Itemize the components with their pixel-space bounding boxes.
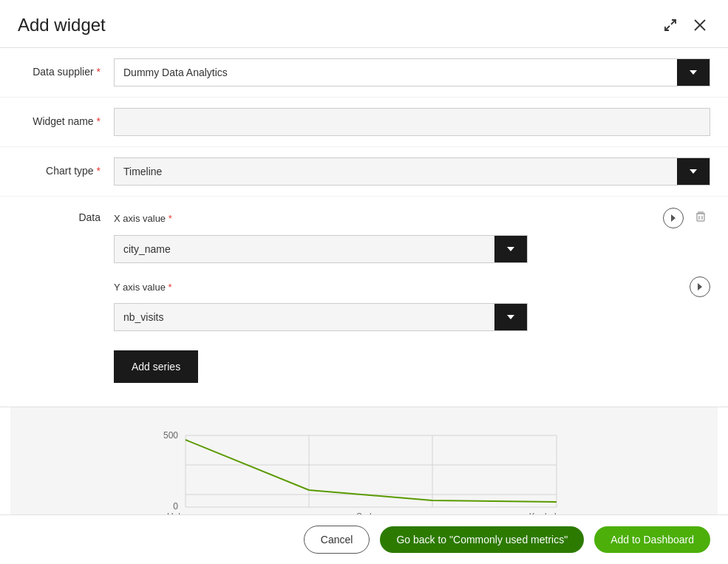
widget-name-row: Widget name * bbox=[0, 98, 728, 147]
svg-rect-4 bbox=[697, 214, 704, 221]
required-star: * bbox=[97, 66, 101, 78]
close-button[interactable] bbox=[690, 15, 710, 35]
y-axis-actions bbox=[690, 276, 710, 297]
y-axis-label: Y axis value * bbox=[114, 282, 172, 293]
add-series-button[interactable]: Add series bbox=[114, 350, 198, 383]
chart-type-field bbox=[114, 157, 710, 186]
data-supplier-field bbox=[114, 58, 710, 86]
go-back-button[interactable]: Go back to "Commonly used metrics" bbox=[380, 526, 584, 553]
add-to-dashboard-button[interactable]: Add to Dashboard bbox=[594, 526, 710, 553]
chart-line bbox=[186, 440, 557, 502]
x-axis-actions bbox=[663, 207, 710, 229]
data-supplier-label: Data supplier * bbox=[18, 58, 114, 78]
chart-type-dropdown-btn[interactable] bbox=[677, 158, 710, 185]
y-axis-dropdown-btn[interactable] bbox=[494, 304, 527, 330]
chart-type-input[interactable] bbox=[115, 158, 677, 185]
x-axis-header: X axis value * bbox=[114, 207, 710, 229]
modal-body: Data supplier * Widget name * Chart type… bbox=[0, 48, 728, 540]
y-required-star: * bbox=[168, 282, 171, 293]
widget-name-field bbox=[114, 108, 710, 136]
data-supplier-dropdown-btn[interactable] bbox=[677, 59, 710, 86]
modal-title: Add widget bbox=[18, 15, 106, 35]
chevron-right-icon-2 bbox=[698, 283, 702, 291]
y-axis-header: Y axis value * bbox=[114, 276, 710, 297]
required-star-3: * bbox=[97, 165, 101, 177]
x-axis-label: X axis value * bbox=[114, 213, 172, 224]
expand-button[interactable] bbox=[660, 15, 681, 35]
chart-type-row: Chart type * bbox=[0, 147, 728, 197]
data-section: Data X axis value * bbox=[0, 197, 728, 407]
chart-type-label: Chart type * bbox=[18, 157, 114, 177]
widget-name-input[interactable] bbox=[114, 108, 710, 136]
x-axis-nav-button[interactable] bbox=[663, 208, 684, 228]
data-section-label: Data bbox=[18, 207, 114, 223]
data-supplier-input-wrapper bbox=[114, 58, 710, 86]
data-supplier-row: Data supplier * bbox=[0, 48, 728, 98]
header-actions bbox=[660, 15, 710, 35]
cancel-button[interactable]: Cancel bbox=[304, 526, 370, 554]
y-axis-block: Y axis value * nb_visits bbox=[114, 276, 710, 331]
modal-footer: Cancel Go back to "Commonly used metrics… bbox=[0, 514, 728, 564]
chevron-down-icon-4 bbox=[507, 315, 514, 319]
svg-text:0: 0 bbox=[173, 501, 178, 512]
y-axis-value-display: nb_visits bbox=[115, 304, 494, 330]
chevron-down-icon-3 bbox=[507, 247, 514, 251]
modal-header: Add widget bbox=[0, 0, 728, 48]
x-axis-value-display: city_name bbox=[115, 236, 494, 262]
chart-svg: 500 0 Unknown Sydney Kuala Lumpur bbox=[157, 422, 571, 526]
data-supplier-input[interactable] bbox=[115, 59, 677, 86]
x-axis-dropdown-btn[interactable] bbox=[494, 236, 527, 262]
chevron-right-icon bbox=[671, 214, 676, 222]
widget-name-label: Widget name * bbox=[18, 108, 114, 127]
x-axis-block: X axis value * bbox=[114, 207, 710, 263]
chevron-down-icon bbox=[690, 70, 697, 75]
x-axis-select-wrapper: city_name bbox=[114, 235, 528, 263]
y-axis-nav-button[interactable] bbox=[690, 276, 710, 297]
svg-line-1 bbox=[665, 26, 670, 30]
x-axis-delete-button[interactable] bbox=[691, 207, 710, 229]
chart-type-input-wrapper bbox=[114, 157, 710, 186]
svg-text:500: 500 bbox=[163, 430, 177, 441]
data-content: X axis value * bbox=[114, 207, 710, 396]
chevron-down-icon-2 bbox=[690, 169, 697, 174]
y-axis-select-wrapper: nb_visits bbox=[114, 303, 528, 331]
x-required-star: * bbox=[169, 213, 172, 224]
required-star-2: * bbox=[97, 115, 101, 127]
